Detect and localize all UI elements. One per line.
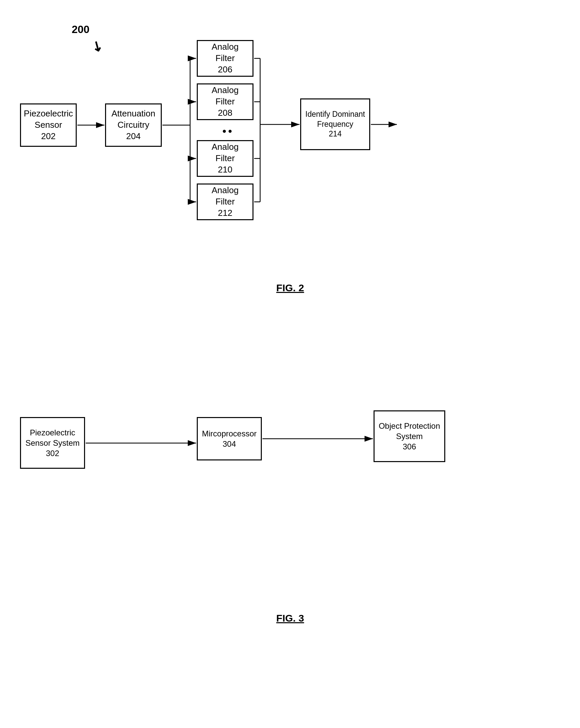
box-attenuation-circuitry-204: Attenuation Circuitry 204 bbox=[105, 103, 162, 147]
fig2-caption: FIG. 2 bbox=[276, 282, 304, 294]
fig3-arrows-svg bbox=[10, 350, 570, 651]
box-piezoelectric-sensor-system-302: Piezoelectric Sensor System 302 bbox=[20, 417, 85, 469]
box-analog-filter-212: Analog Filter 212 bbox=[197, 183, 254, 220]
box-microprocessor-304: Mircoprocessor 304 bbox=[197, 417, 262, 461]
box-analog-filter-210: Analog Filter 210 bbox=[197, 140, 254, 177]
box-piezoelectric-sensor-202: Piezoelectric Sensor 202 bbox=[20, 103, 77, 147]
ellipsis-dots-fig2: •• bbox=[222, 125, 234, 137]
box-identify-dominant-frequency-214: Identify Dominant Frequency 214 bbox=[300, 98, 370, 150]
fig2-diagram: 200 ↘ bbox=[10, 14, 570, 314]
fig3-diagram: Piezoelectric Sensor System 302 Mircopro… bbox=[10, 350, 570, 651]
fig3-caption: FIG. 3 bbox=[276, 613, 304, 624]
page: 200 ↘ bbox=[0, 0, 580, 728]
fig2-arrows-svg bbox=[10, 14, 570, 314]
arrow-200-indicator: ↘ bbox=[89, 37, 106, 56]
box-object-protection-system-306: Object Protection System 306 bbox=[373, 410, 445, 462]
box-analog-filter-208: Analog Filter 208 bbox=[197, 83, 254, 120]
diagram-number-200: 200 bbox=[72, 23, 89, 36]
box-analog-filter-206: Analog Filter 206 bbox=[197, 40, 254, 77]
